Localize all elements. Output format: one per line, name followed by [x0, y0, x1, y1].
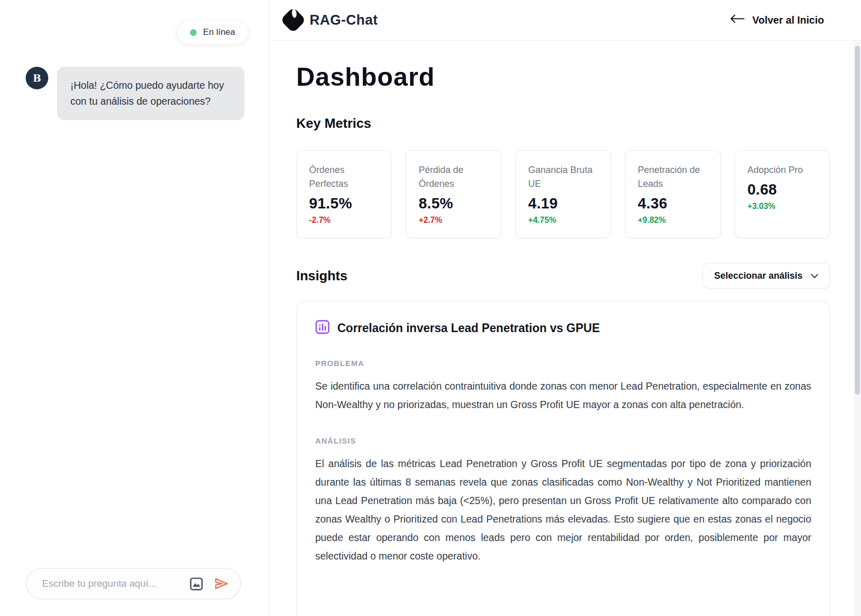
bot-avatar: B	[26, 67, 48, 89]
insight-header: Correlación inversa Lead Penetration vs …	[315, 320, 811, 336]
dashboard-panel: RAG-Chat Volver al Inicio Dashboard Key …	[270, 0, 861, 616]
back-to-home-link[interactable]: Volver al Inicio	[730, 14, 824, 26]
metric-card: Ganancia Bruta UE 4.19 +4.75%	[515, 150, 611, 238]
image-attach-icon[interactable]	[189, 577, 203, 591]
brand-name: RAG-Chat	[310, 12, 378, 28]
metric-delta: +3.03%	[748, 202, 817, 211]
analysis-selector[interactable]: Seleccionar análisis	[702, 263, 830, 288]
analysis-section-label: ANÁLISIS	[315, 436, 811, 445]
arrow-left-icon	[730, 14, 745, 26]
app-logo-icon	[280, 7, 307, 33]
metric-delta: +2.7%	[418, 216, 488, 225]
metric-delta: +9.82%	[638, 216, 707, 225]
send-icon[interactable]	[214, 576, 229, 591]
selector-label: Seleccionar análisis	[714, 271, 802, 281]
metric-value: 0.68	[748, 181, 817, 198]
scrollbar[interactable]	[854, 41, 861, 616]
metric-label: Adopción Pro	[748, 163, 817, 177]
analysis-section-text: El análisis de las métricas Lead Penetra…	[315, 454, 811, 565]
metric-card: Pérdida de Órdenes 8.5% +2.7%	[406, 150, 501, 238]
chat-panel: En línea B ¡Hola! ¿Cómo puedo ayudarte h…	[0, 0, 270, 616]
metric-value: 4.36	[638, 195, 707, 212]
brand: RAG-Chat	[284, 11, 378, 29]
back-link-label: Volver al Inicio	[752, 14, 824, 26]
metric-card: Órdenes Perfectas 91.5% -2.7%	[296, 150, 392, 238]
key-metrics-heading: Key Metrics	[296, 116, 830, 131]
metric-delta: +4.75%	[528, 216, 598, 225]
metric-value: 4.19	[528, 195, 598, 212]
metric-label: Ganancia Bruta UE	[528, 163, 598, 191]
metric-cards: Órdenes Perfectas 91.5% -2.7% Pérdida de…	[296, 150, 830, 238]
metric-label: Pérdida de Órdenes	[418, 163, 488, 191]
insight-title: Correlación inversa Lead Penetration vs …	[337, 321, 600, 335]
metric-label: Penetración de Leads	[638, 163, 707, 191]
status-label: En línea	[203, 27, 235, 37]
online-dot-icon	[190, 29, 197, 36]
insights-row: Insights Seleccionar análisis	[296, 263, 830, 288]
metric-label: Órdenes Perfectas	[309, 163, 379, 191]
bar-chart-icon	[315, 320, 330, 336]
chat-message: B ¡Hola! ¿Cómo puedo ayudarte hoy con tu…	[26, 67, 244, 120]
chat-input-bar	[26, 568, 241, 600]
chevron-down-icon	[811, 271, 818, 281]
app-header: RAG-Chat Volver al Inicio	[270, 0, 861, 41]
problem-section-label: PROBLEMA	[315, 359, 811, 368]
main-content: Dashboard Key Metrics Órdenes Perfectas …	[296, 41, 830, 616]
metric-delta: -2.7%	[309, 216, 379, 225]
insights-heading: Insights	[296, 268, 348, 284]
problem-section-text: Se identifica una correlación contraintu…	[315, 377, 811, 414]
metric-card: Adopción Pro 0.68 +3.03%	[735, 150, 830, 238]
scrollbar-thumb[interactable]	[855, 46, 860, 395]
question-input[interactable]	[42, 578, 179, 589]
chat-bubble: ¡Hola! ¿Cómo puedo ayudarte hoy con tu a…	[57, 67, 244, 120]
metric-value: 91.5%	[309, 195, 379, 212]
status-badge: En línea	[177, 21, 248, 44]
metric-value: 8.5%	[418, 195, 488, 212]
metric-card: Penetración de Leads 4.36 +9.82%	[625, 150, 720, 238]
insight-card: Correlación inversa Lead Penetration vs …	[296, 301, 830, 616]
page-title: Dashboard	[296, 62, 830, 92]
